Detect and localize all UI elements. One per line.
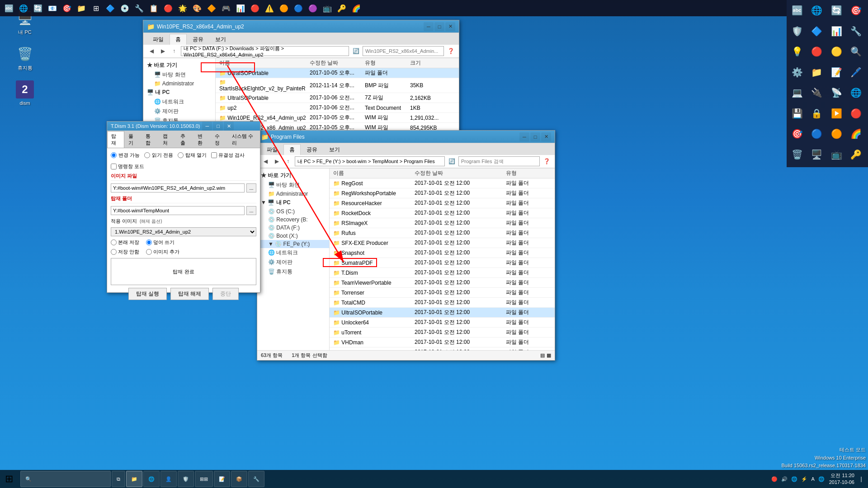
dism-icon[interactable]: 2 dism [9, 80, 41, 106]
table-row[interactable]: 📁 T.Dism 2017-10-01 오전 12:00 파일 폴더 [330, 268, 555, 278]
rp-icon-4[interactable]: 🎯 [848, 2, 865, 19]
rp-icon-29[interactable]: 🗑️ [788, 146, 806, 163]
toolbar-icon-23[interactable]: 📺 [321, 1, 334, 15]
explorer2-tab-home[interactable]: 홈 [283, 144, 301, 155]
image-file-input[interactable] [111, 183, 245, 192]
toolbar-icon-3[interactable]: 🔄 [31, 1, 45, 15]
taskbar-item-apps[interactable]: ⊞⊞ [195, 471, 213, 487]
taskbar-item-extra3[interactable]: 🔧 [248, 471, 264, 487]
table-row[interactable]: 📁 ResourceHacker 2017-10-01 오전 12:00 파일 … [330, 198, 555, 208]
explorer1-sidebar-desktop[interactable]: 🖥️ 바탕 화면 [143, 70, 215, 80]
rp-icon-15[interactable]: 📝 [828, 64, 845, 81]
explorer2-sidebar-recycle[interactable]: 🗑️ 휴지통 [257, 267, 329, 277]
toolbar-icon-15[interactable]: 🔶 [205, 1, 218, 15]
taskbar-item-explorer[interactable]: 📁 [126, 471, 142, 487]
show-desktop[interactable]: | [854, 470, 868, 488]
tdism-close[interactable]: ✕ [224, 122, 234, 131]
explorer2-sidebar-fepe[interactable]: ▼ 💿 FE_Pe (Y:) [257, 240, 329, 248]
taskbar-start[interactable]: ⊞ [0, 470, 18, 488]
rp-icon-27[interactable]: 🟠 [828, 125, 845, 142]
taskbar-item-user[interactable]: 👤 [160, 471, 177, 487]
explorer2-sidebar-recovery[interactable]: 💿 Recovery (B: [257, 216, 329, 224]
toolbar-icon-25[interactable]: 🌈 [349, 1, 363, 15]
tray-icon-4[interactable]: ⚡ [801, 476, 807, 482]
rp-icon-14[interactable]: 📁 [808, 64, 826, 81]
table-row[interactable]: 📁 Rufus 2017-10-01 오전 12:00 파일 폴더 [330, 228, 555, 238]
explorer2-forward[interactable]: ▶ [272, 157, 281, 166]
explorer1-sidebar-favorites[interactable]: ★ 바로 가기 [143, 61, 215, 70]
explorer2-back[interactable]: ◀ [261, 157, 270, 166]
tray-icon-3[interactable]: 🌐 [791, 476, 797, 482]
explorer1-tab-home[interactable]: 홈 [170, 34, 187, 45]
rp-icon-13[interactable]: ⚙️ [788, 64, 806, 81]
explorer2-sidebar-dataf[interactable]: 💿 DATA (F:) [257, 224, 329, 232]
tdism-tab-capture[interactable]: 캡처 [159, 131, 176, 148]
rp-icon-24[interactable]: 🔴 [848, 105, 865, 122]
rp-icon-10[interactable]: 🔴 [808, 43, 826, 60]
table-row[interactable]: 📁 VHDman 2017-10-01 오전 12:00 파일 폴더 [330, 338, 555, 347]
radio-open-mount[interactable]: 탑재 열기 [178, 152, 207, 159]
table-row[interactable]: 📁 RegGost 2017-10-01 오전 12:00 파일 폴더 [330, 178, 555, 188]
rp-icon-26[interactable]: 🔵 [808, 125, 826, 142]
rp-icon-23[interactable]: ▶️ [828, 105, 845, 122]
tdism-tab-convert[interactable]: 변환 [193, 131, 211, 148]
mount-folder-browse[interactable]: ... [246, 206, 256, 215]
tdism-tab-edit[interactable]: 수정 [211, 131, 228, 148]
toolbar-icon-5[interactable]: 🎯 [60, 1, 74, 15]
toolbar-icon-1[interactable]: 🔤 [2, 1, 16, 15]
explorer2-maximize[interactable]: □ [530, 132, 540, 141]
radio-readonly[interactable]: 읽기 전용 [144, 152, 173, 159]
rp-icon-2[interactable]: 🌐 [808, 2, 826, 19]
explorer1-titlebar[interactable]: 📁 Win10PE_RS2_x86x64_Admin_up2 ─ □ ✕ [143, 20, 459, 33]
explorer2-sidebar-desktop[interactable]: 🖥️ 바탕 화면 [257, 180, 329, 190]
taskbar-item-extra1[interactable]: 📝 [214, 471, 230, 487]
toolbar-icon-9[interactable]: 💿 [118, 1, 132, 15]
explorer2-help[interactable]: ❓ [542, 157, 551, 166]
explorer2-sidebar-osc[interactable]: 💿 OS (C:) [257, 207, 329, 216]
rp-icon-28[interactable]: 🌈 [848, 125, 865, 142]
mount-folder-input[interactable] [111, 206, 245, 215]
toolbar-icon-22[interactable]: 🟣 [306, 1, 320, 15]
taskbar-item-taskview[interactable]: ⧉ [112, 471, 125, 487]
rp-icon-6[interactable]: 🔷 [808, 23, 826, 40]
tdism-tab-extract[interactable]: 추출 [176, 131, 193, 148]
explorer2-up[interactable]: ↑ [283, 157, 292, 166]
toolbar-icon-6[interactable]: 📁 [75, 1, 88, 15]
tdism-tab-merge[interactable]: 통합 [142, 131, 159, 148]
explorer1-tab-share[interactable]: 공유 [187, 34, 209, 45]
toolbar-icon-16[interactable]: 🎮 [219, 1, 233, 15]
toolbar-icon-17[interactable]: 📊 [234, 1, 247, 15]
table-row[interactable]: 📁 uTorrent 2017-10-01 오전 12:00 파일 폴더 [330, 328, 555, 338]
table-row[interactable]: 📁 StartIsBackEIghtOr_v2_by_PainteR 2012-… [216, 78, 459, 93]
mount-release-button[interactable]: 탑재 해제 [170, 288, 209, 300]
explorer2-close[interactable]: ✕ [541, 132, 551, 141]
explorer1-path[interactable]: 내 PC > DATA (F:) > Downloads > 파일이름 > Wi… [181, 46, 349, 56]
view-detail-icon[interactable]: ▦ [547, 352, 551, 358]
table-row[interactable]: 📁 Torrenser 2017-10-01 오전 12:00 파일 폴더 [330, 288, 555, 298]
taskbar-item-search[interactable]: 🔍 [20, 471, 111, 487]
toolbar-icon-13[interactable]: 🌟 [176, 1, 189, 15]
explorer2-tab-view[interactable]: 보기 [323, 144, 346, 155]
toolbar-icon-21[interactable]: 🔵 [292, 1, 305, 15]
rp-icon-17[interactable]: 💻 [788, 84, 806, 101]
table-row[interactable]: 📁 UltraISOPortable 2017-10-01 오전 12:00 파… [330, 308, 555, 318]
image-file-browse[interactable]: ... [246, 183, 256, 192]
tdism-tab-mount[interactable]: 탑재 [107, 131, 124, 148]
toolbar-icon-2[interactable]: 🌐 [17, 1, 30, 15]
explorer2-titlebar[interactable]: 📁 Program Files ─ □ ✕ [257, 131, 555, 143]
table-row[interactable]: 📁 Snapshot 2017-10-01 오전 12:00 파일 폴더 [330, 248, 555, 258]
mount-execute-button[interactable]: 탑재 실행 [128, 288, 167, 300]
explorer2-tab-share[interactable]: 공유 [301, 144, 323, 155]
explorer2-sidebar-network[interactable]: 🌐 네트워크 [257, 248, 329, 258]
tdism-tab-repair[interactable]: 시스템 수리 [228, 131, 260, 148]
toolbar-icon-12[interactable]: 🔴 [161, 1, 175, 15]
explorer1-back[interactable]: ◀ [147, 47, 156, 56]
explorer1-minimize[interactable]: ─ [424, 22, 434, 31]
taskbar-item-shield[interactable]: 🛡️ [178, 471, 194, 487]
toolbar-icon-14[interactable]: 🎨 [190, 1, 204, 15]
stop-button[interactable]: 중단 [212, 288, 239, 300]
check-cmdprompt[interactable]: 명령창 포드 [111, 163, 144, 170]
explorer2-sidebar-admin[interactable]: 📁 Administrator [257, 190, 329, 198]
tdism-minimize[interactable]: ─ [202, 122, 212, 131]
rp-icon-19[interactable]: 📡 [828, 84, 845, 101]
